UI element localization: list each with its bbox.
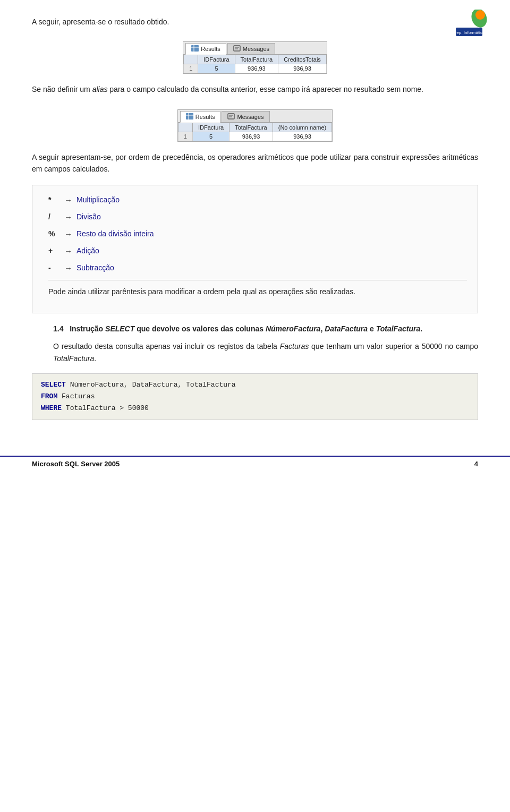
result-table-2-wrapper: Results Messages IDFactura TotalFactura … — [32, 102, 478, 151]
col-idfactura-1: IDFactura — [198, 55, 235, 64]
svg-rect-7 — [234, 46, 240, 51]
op-para: Pode ainda utilizar parêntesis para modi… — [48, 286, 467, 298]
col-totalfactura-2: TotalFactura — [230, 123, 273, 132]
code-line-3: WHERE TotalFactura > 50000 — [41, 403, 469, 414]
op-row-multiply: * → Multiplicação — [48, 194, 467, 207]
cell-noname-2: 936,93 — [273, 132, 332, 141]
section-body: O resultado desta consulta apenas vai in… — [53, 340, 478, 365]
op-label-modulo: Resto da divisão inteira — [76, 228, 154, 240]
cell-total-2: 936,93 — [230, 132, 273, 141]
operators-box: * → Multiplicação / → Divisão % → Resto … — [32, 185, 478, 314]
op-arrow-add: → — [64, 245, 72, 258]
op-symbol-multiply: * — [48, 194, 64, 206]
op-symbol-modulo: % — [48, 228, 64, 240]
keyword-from: FROM — [41, 392, 57, 400]
col-empty-1 — [184, 55, 198, 64]
table-row: 1 5 936,93 936,93 — [184, 64, 327, 73]
tab-results-2-label: Results — [196, 114, 215, 120]
table-icon-2 — [186, 113, 193, 121]
op-row-modulo: % → Resto da divisão inteira — [48, 228, 467, 241]
op-symbol-subtract: - — [48, 262, 64, 273]
op-label-subtract: Subtracção — [76, 262, 114, 273]
code-from-table: Facturas — [62, 392, 95, 400]
op-label-add: Adição — [76, 245, 99, 257]
op-arrow-multiply: → — [64, 194, 72, 207]
footer: Microsoft SQL Server 2005 4 — [0, 456, 510, 471]
tab-messages-1-label: Messages — [243, 46, 269, 52]
op-label-multiply: Multiplicação — [76, 194, 120, 206]
cell-id-2: 5 — [192, 132, 229, 141]
section-num: 1.4 — [53, 324, 63, 333]
footer-page: 4 — [474, 460, 478, 468]
section-1-4: 1.4 Instrução SELECT que devolve os valo… — [32, 323, 478, 365]
code-block: SELECT NúmeroFactura, DataFactura, Total… — [32, 373, 478, 420]
table-icon-1 — [191, 45, 199, 53]
code-select-cols: NúmeroFactura, DataFactura, TotalFactura — [70, 381, 236, 389]
tab-results-2[interactable]: Results — [180, 111, 221, 123]
col-noname-2: (No column name) — [273, 123, 332, 132]
tab-results-1-label: Results — [201, 46, 220, 52]
op-arrow-modulo: → — [64, 228, 72, 241]
cell-id-1: 5 — [198, 64, 235, 73]
op-symbol-add: + — [48, 245, 64, 257]
msg-icon-2 — [227, 113, 235, 121]
result-box-1: Results Messages IDFactura TotalFactura … — [183, 41, 327, 74]
tab-results-1[interactable]: Results — [185, 43, 226, 55]
footer-title: Microsoft SQL Server 2005 — [32, 460, 120, 468]
cell-credits-1: 936,93 — [278, 64, 327, 73]
svg-rect-4 — [191, 45, 199, 52]
op-arrow-divide: → — [64, 211, 72, 224]
svg-rect-10 — [186, 113, 193, 119]
logo: Dep. Informática — [452, 10, 489, 39]
tab-messages-2[interactable]: Messages — [222, 111, 269, 122]
op-row-subtract: - → Subtracção — [48, 262, 467, 275]
section-title-text: Instrução SELECT que devolve os valores … — [70, 324, 422, 333]
tab-messages-1[interactable]: Messages — [227, 43, 275, 54]
op-arrow-subtract: → — [64, 262, 72, 275]
keyword-select: SELECT — [41, 381, 66, 389]
para-2: Se não definir um alias para o campo cal… — [32, 83, 478, 95]
cell-total-1: 936,93 — [235, 64, 278, 73]
svg-text:Dep. Informática: Dep. Informática — [454, 30, 485, 35]
result-tabs-1: Results Messages — [183, 42, 327, 55]
row-num-1: 1 — [184, 64, 198, 73]
col-creditostotais-1: CreditosTotais — [278, 55, 327, 64]
para-3: A seguir apresentam-se, por ordem de pre… — [32, 151, 478, 175]
code-line-1: SELECT NúmeroFactura, DataFactura, Total… — [41, 379, 469, 391]
op-row-add: + → Adição — [48, 245, 467, 258]
section-heading: 1.4 Instrução SELECT que devolve os valo… — [53, 323, 478, 335]
col-idfactura-2: IDFactura — [192, 123, 229, 132]
op-row-divide: / → Divisão — [48, 211, 467, 224]
result-table-1-wrapper: Results Messages IDFactura TotalFactura … — [32, 34, 478, 83]
tab-messages-2-label: Messages — [237, 114, 264, 120]
svg-rect-13 — [228, 114, 234, 119]
op-symbol-divide: / — [48, 211, 64, 223]
code-where-clause: TotalFactura > 50000 — [66, 404, 149, 412]
result-tabs-2: Results Messages — [178, 110, 332, 123]
msg-icon-1 — [233, 45, 241, 53]
op-separator — [48, 280, 467, 280]
result-data-table-1: IDFactura TotalFactura CreditosTotais 1 … — [183, 55, 327, 73]
code-line-2: FROM Facturas — [41, 391, 469, 403]
col-totalfactura-1: TotalFactura — [235, 55, 278, 64]
table-row: 1 5 936,93 936,93 — [178, 132, 332, 141]
svg-point-1 — [475, 10, 485, 20]
row-num-2: 1 — [178, 132, 192, 141]
result-data-table-2: IDFactura TotalFactura (No column name) … — [178, 123, 332, 141]
col-empty-2 — [178, 123, 192, 132]
op-label-divide: Divisão — [76, 211, 101, 223]
keyword-where: WHERE — [41, 404, 62, 412]
result-box-2: Results Messages IDFactura TotalFactura … — [177, 109, 333, 142]
intro-text: A seguir, apresenta-se o resultado obtid… — [32, 16, 478, 28]
